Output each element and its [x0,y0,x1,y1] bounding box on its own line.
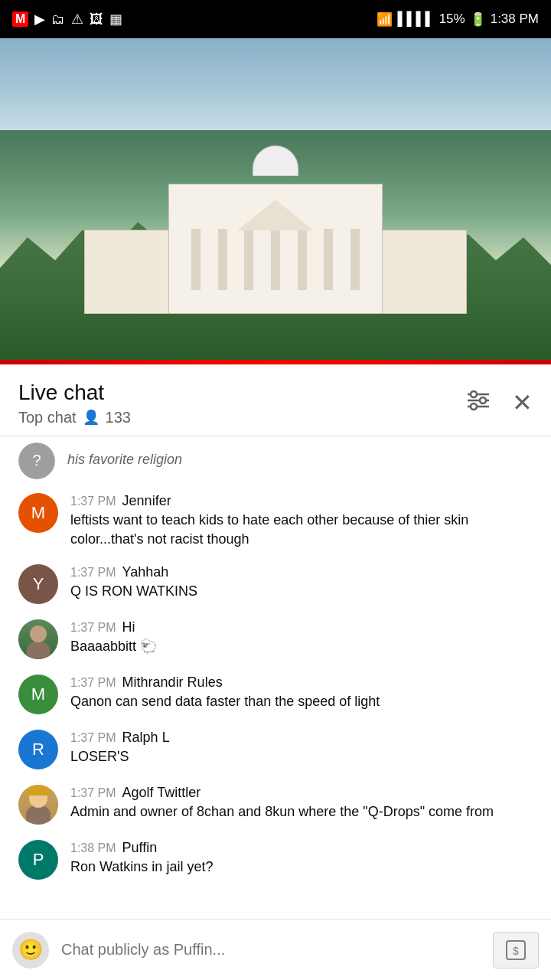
svg-point-3 [480,397,486,403]
chat-message: M 1:37 PM Mithrandir Rules Qanon can sen… [0,667,551,722]
app-icon-folder: 🗂 [51,11,65,28]
message-author: Jennifer [122,493,171,509]
avatar-letter: Y [33,574,44,594]
message-meta: 1:37 PM Agolf Twittler [70,785,533,801]
chat-messages-list: ? his favorite religion M 1:37 PM Jennif… [0,436,551,949]
close-chat-button[interactable]: ✕ [512,388,533,417]
battery-level: 15% [439,11,465,27]
message-text: Ron Watkins in jail yet? [70,858,533,877]
emoji-button[interactable]: 🙂 [12,932,49,969]
message-body: 1:37 PM Hi Baaaabbitt 🐑 [70,619,533,656]
message-body: 1:37 PM Mithrandir Rules Qanon can send … [70,675,533,711]
svg-point-5 [471,403,477,410]
message-time: 1:37 PM [70,731,116,745]
chat-input-area: 🙂 $ [0,919,551,980]
avatar [18,619,58,659]
chat-text-input[interactable] [61,932,481,969]
partial-message: ? his favorite religion [0,436,551,485]
message-body: 1:37 PM Ralph L LOSER'S [70,730,533,766]
partial-message-text: his favorite religion [67,443,182,468]
svg-point-1 [471,391,477,397]
status-left-icons: M ▶ 🗂 ⚠ 🖼 ▦ [12,11,122,28]
avatar-letter: P [33,850,44,870]
chat-message: M 1:37 PM Jennifer leftists want to teac… [0,485,551,557]
viewer-count: 133 [106,409,131,426]
avatar [18,785,58,825]
avatar: Y [18,564,58,604]
viewer-icon: 👤 [83,409,99,426]
chat-message: P 1:38 PM Puffin Ron Watkins in jail yet… [0,832,551,887]
message-text: LOSER'S [70,747,533,766]
avatar: M [18,675,58,714]
send-message-button[interactable]: $ [493,932,539,969]
app-icon-play: ▶ [34,11,45,28]
chat-header-actions: ✕ [466,388,533,417]
avatar-letter: M [31,503,45,523]
message-author: Agolf Twittler [122,785,201,801]
message-meta: 1:37 PM Jennifer [70,493,533,509]
message-author: Hi [122,619,135,635]
message-body: 1:38 PM Puffin Ron Watkins in jail yet? [70,840,533,877]
message-author: Mithrandir Rules [122,675,223,691]
message-time: 1:37 PM [70,566,116,580]
partial-avatar: ? [18,443,55,479]
message-author: Yahhah [122,564,169,580]
battery-icon: 🔋 [470,11,486,28]
send-icon: $ [505,939,527,961]
avatar-letter: M [31,684,45,704]
chat-message: R 1:37 PM Ralph L LOSER'S [0,722,551,777]
svg-text:$: $ [513,945,519,957]
message-text: Baaaabbitt 🐑 [70,637,533,656]
emoji-icon: 🙂 [18,938,43,962]
message-text: leftists want to teach kids to hate each… [70,511,533,549]
signal-icon: ▌▌▌▌ [397,11,434,27]
message-meta: 1:37 PM Ralph L [70,730,533,746]
message-body: 1:37 PM Agolf Twittler Admin and owner o… [70,785,533,822]
app-icon-grid: ▦ [109,11,122,28]
chat-header: Live chat Top chat 👤 133 ✕ [0,364,551,436]
avatar: P [18,840,58,880]
message-body: 1:37 PM Jennifer leftists want to teach … [70,493,533,549]
sky-background [0,38,551,130]
chat-message: 1:37 PM Agolf Twittler Admin and owner o… [0,777,551,832]
message-text: Qanon can send data faster than the spee… [70,692,533,711]
message-author: Ralph L [122,730,170,746]
avatar: M [18,493,58,533]
chat-subtitle-row: Top chat 👤 133 [18,409,131,426]
message-time: 1:37 PM [70,495,116,508]
settings-sliders-button[interactable] [466,390,491,416]
wifi-icon: 📶 [377,11,393,28]
chat-header-title-section: Live chat Top chat 👤 133 [18,380,131,426]
message-body: 1:37 PM Yahhah Q IS RON WATKINS [70,564,533,601]
top-chat-label[interactable]: Top chat [18,409,77,426]
message-text: Q IS RON WATKINS [70,582,533,601]
message-time: 1:37 PM [70,676,116,690]
app-icon-m: M [12,11,28,27]
avatar-letter: R [32,740,44,760]
live-chat-panel: Live chat Top chat 👤 133 ✕ [0,364,551,949]
app-icon-alert: ⚠ [71,11,83,28]
message-text: Admin and owner of 8chan and 8kun where … [70,802,533,822]
status-right-info: 📶 ▌▌▌▌ 15% 🔋 1:38 PM [377,11,539,28]
message-author: Puffin [122,840,158,856]
status-bar: M ▶ 🗂 ⚠ 🖼 ▦ 📶 ▌▌▌▌ 15% 🔋 1:38 PM [0,0,551,38]
message-meta: 1:37 PM Mithrandir Rules [70,675,533,691]
live-chat-title: Live chat [18,380,131,406]
message-meta: 1:37 PM Yahhah [70,564,533,580]
chat-message: 1:37 PM Hi Baaaabbitt 🐑 [0,612,551,667]
app-icon-image: 🖼 [90,11,103,28]
message-meta: 1:38 PM Puffin [70,840,533,856]
message-meta: 1:37 PM Hi [70,619,533,635]
chat-message: Y 1:37 PM Yahhah Q IS RON WATKINS [0,557,551,612]
clock: 1:38 PM [491,11,539,27]
message-time: 1:37 PM [70,621,116,635]
video-thumbnail[interactable] [0,38,551,360]
message-time: 1:38 PM [70,841,116,855]
avatar: R [18,730,58,769]
message-time: 1:37 PM [70,786,116,800]
